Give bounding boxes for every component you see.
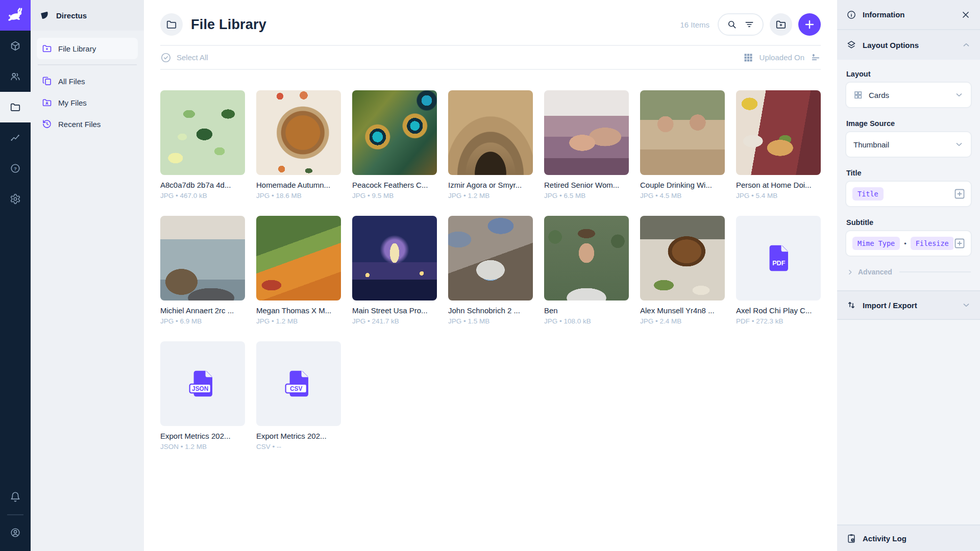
file-card[interactable]: Couple Drinking Wi... JPG • 4.5 MB bbox=[640, 90, 725, 199]
layers-icon bbox=[846, 40, 856, 50]
user-menu-button[interactable] bbox=[0, 517, 31, 548]
file-meta: JPG • 6.5 MB bbox=[544, 192, 629, 199]
filesize-chip[interactable]: Filesize bbox=[911, 237, 954, 250]
module-content[interactable] bbox=[0, 31, 31, 61]
layout-select-value: Cards bbox=[869, 91, 889, 99]
file-card[interactable]: Peacock Feathers C... JPG • 9.5 MB bbox=[352, 90, 437, 199]
select-all-button[interactable]: Select All bbox=[160, 52, 208, 63]
file-card[interactable]: Retired Senior Wom... JPG • 6.5 MB bbox=[544, 90, 629, 199]
plus-box-icon[interactable] bbox=[953, 188, 966, 200]
nav-item-recent-files[interactable]: Recent Files bbox=[37, 113, 138, 135]
nav-sidebar: Directus File Library All Files My Files bbox=[31, 0, 144, 551]
grid-view-icon[interactable] bbox=[743, 53, 753, 63]
project-name: Directus bbox=[56, 11, 87, 20]
nav-list: File Library All Files My Files Recent F… bbox=[31, 31, 144, 142]
nav-item-label: Recent Files bbox=[58, 120, 101, 129]
panel-spacer bbox=[837, 320, 980, 524]
sort-direction-icon[interactable] bbox=[811, 53, 821, 63]
file-meta: JPG • 9.5 MB bbox=[352, 192, 437, 199]
users-icon bbox=[10, 71, 21, 82]
file-card[interactable]: John Schnobrich 2 ... JPG • 1.5 MB bbox=[448, 216, 533, 325]
project-logo-icon bbox=[40, 10, 50, 20]
file-meta: JPG • 1.2 MB bbox=[448, 192, 533, 199]
layout-options-section[interactable]: Layout Options bbox=[837, 30, 980, 60]
module-help[interactable]: ? bbox=[0, 153, 31, 184]
advanced-divider bbox=[899, 271, 971, 272]
mime-type-chip[interactable]: Mime Type bbox=[852, 237, 900, 250]
close-panel-button[interactable] bbox=[961, 10, 971, 20]
folder-star-icon bbox=[42, 43, 52, 54]
plus-box-icon[interactable] bbox=[953, 237, 966, 249]
history-clock-icon bbox=[42, 119, 52, 129]
svg-text:PDF: PDF bbox=[772, 260, 786, 267]
file-card[interactable]: PDF PDF Axel Rod Chi Play C... PDF • 272… bbox=[736, 216, 821, 325]
file-card[interactable]: A8c0a7db 2b7a 4d... JPG • 467.0 kB bbox=[160, 90, 245, 199]
search-bar[interactable] bbox=[718, 13, 764, 36]
notifications-button[interactable] bbox=[0, 482, 31, 512]
page-title-button[interactable] bbox=[160, 13, 183, 36]
page-header: File Library 16 Items bbox=[144, 0, 837, 45]
file-thumbnail bbox=[736, 90, 821, 175]
nav-item-my-files[interactable]: My Files bbox=[37, 92, 138, 113]
file-card[interactable]: Homemade Autumn... JPG • 18.6 MB bbox=[256, 90, 341, 199]
layout-select[interactable]: Cards bbox=[846, 83, 971, 107]
new-folder-button[interactable] bbox=[770, 13, 792, 36]
chevron-up-icon bbox=[962, 40, 971, 49]
file-meta: JPG • 108.0 kB bbox=[544, 317, 629, 325]
info-panel: Information Layout Options Layout Cards bbox=[837, 0, 980, 551]
file-meta: JPG • 1.5 MB bbox=[448, 317, 533, 325]
import-export-section[interactable]: Import / Export bbox=[837, 290, 980, 320]
image-source-value: Thumbnail bbox=[853, 140, 889, 149]
add-file-button[interactable] bbox=[798, 13, 821, 36]
advanced-toggle[interactable]: Advanced bbox=[846, 268, 971, 276]
search-icon[interactable] bbox=[727, 19, 737, 30]
module-bar: ? bbox=[0, 0, 31, 551]
import-export-label: Import / Export bbox=[863, 301, 917, 310]
file-name: Main Street Usa Pro... bbox=[352, 306, 437, 315]
svg-text:?: ? bbox=[14, 166, 17, 171]
cards-grid-icon bbox=[853, 90, 863, 99]
file-thumbnail bbox=[640, 216, 725, 300]
file-type-icon: CSV CSV bbox=[279, 364, 318, 403]
file-name: Michiel Annaert 2rc ... bbox=[160, 306, 245, 315]
main-content: File Library 16 Items bbox=[144, 0, 837, 551]
sort-field-button[interactable]: Uploaded On bbox=[760, 53, 804, 62]
subtitle-template-input[interactable]: Mime Type • Filesize bbox=[846, 231, 971, 256]
title-chip[interactable]: Title bbox=[852, 187, 884, 201]
project-header[interactable]: Directus bbox=[31, 0, 144, 31]
file-card[interactable]: JSON JSON Export Metrics 202... JSON • 1… bbox=[160, 341, 245, 450]
file-meta: JPG • 5.4 MB bbox=[736, 192, 821, 199]
nav-item-file-library[interactable]: File Library bbox=[37, 38, 138, 59]
page-title: File Library bbox=[191, 17, 266, 33]
filter-icon[interactable] bbox=[744, 19, 754, 30]
file-name: Export Metrics 202... bbox=[256, 432, 341, 440]
copies-icon bbox=[42, 76, 52, 86]
module-insights[interactable] bbox=[0, 122, 31, 153]
file-card[interactable]: Megan Thomas X M... JPG • 1.2 MB bbox=[256, 216, 341, 325]
file-card[interactable]: CSV CSV Export Metrics 202... CSV • -- bbox=[256, 341, 341, 450]
module-users[interactable] bbox=[0, 61, 31, 92]
file-name: Axel Rod Chi Play C... bbox=[736, 306, 821, 315]
file-thumbnail bbox=[160, 216, 245, 300]
file-meta: JPG • 2.4 MB bbox=[640, 317, 725, 325]
title-template-input[interactable]: Title bbox=[846, 182, 971, 206]
file-thumbnail bbox=[352, 90, 437, 175]
activity-log-button[interactable]: Activity Log bbox=[837, 524, 980, 551]
file-card[interactable]: Izmir Agora or Smyr... JPG • 1.2 MB bbox=[448, 90, 533, 199]
file-meta: PDF • 272.3 kB bbox=[736, 317, 821, 325]
file-meta: JPG • 241.7 kB bbox=[352, 317, 437, 325]
image-source-select[interactable]: Thumbnail bbox=[846, 132, 971, 157]
file-card[interactable]: Main Street Usa Pro... JPG • 241.7 kB bbox=[352, 216, 437, 325]
nav-item-all-files[interactable]: All Files bbox=[37, 70, 138, 92]
field-label: Layout bbox=[846, 70, 971, 78]
file-name: Izmir Agora or Smyr... bbox=[448, 181, 533, 189]
file-card[interactable]: Michiel Annaert 2rc ... JPG • 6.9 MB bbox=[160, 216, 245, 325]
module-files[interactable] bbox=[0, 92, 31, 122]
directus-logo[interactable] bbox=[0, 0, 31, 31]
file-card[interactable]: Person at Home Doi... JPG • 5.4 MB bbox=[736, 90, 821, 199]
file-name: John Schnobrich 2 ... bbox=[448, 306, 533, 315]
module-settings[interactable] bbox=[0, 184, 31, 214]
file-card[interactable]: Alex Munsell Yr4n8 ... JPG • 2.4 MB bbox=[640, 216, 725, 325]
file-card[interactable]: Ben JPG • 108.0 kB bbox=[544, 216, 629, 325]
file-meta: JPG • 6.9 MB bbox=[160, 317, 245, 325]
